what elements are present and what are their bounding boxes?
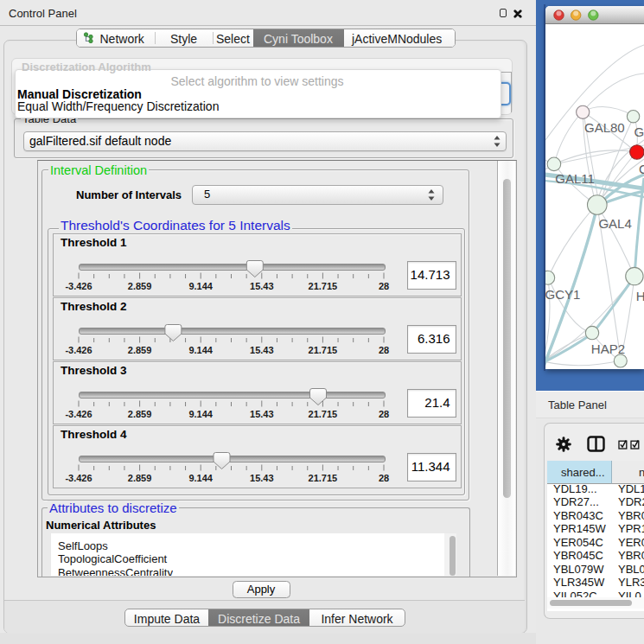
svg-text:GA: GA: [634, 124, 644, 139]
svg-text:GCY1: GCY1: [545, 287, 580, 302]
svg-text:HAP2: HAP2: [591, 341, 625, 356]
svg-text:GAL11: GAL11: [555, 171, 595, 186]
svg-text:H: H: [636, 289, 644, 303]
svg-text:GAL80: GAL80: [584, 120, 625, 135]
svg-text:GAL4: GAL4: [598, 216, 631, 231]
svg-text:C: C: [639, 162, 644, 176]
